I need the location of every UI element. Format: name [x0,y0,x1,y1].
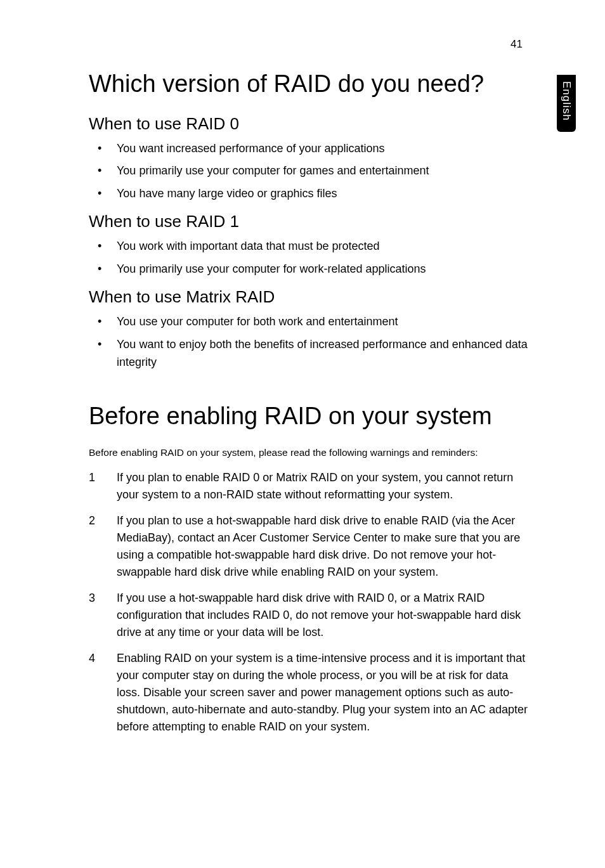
page: 41 English Which version of RAID do you … [0,0,605,868]
list-number: 2 [89,512,95,529]
subheading-matrix: When to use Matrix RAID [89,287,529,307]
list-text: Enabling RAID on your system is a time-i… [117,652,528,733]
list-number: 1 [89,469,95,486]
list-item: You primarily use your computer for work… [89,261,529,278]
list-text: If you use a hot-swappable hard disk dri… [117,592,521,638]
list-text: If you plan to enable RAID 0 or Matrix R… [117,471,513,501]
list-item: You use your computer for both work and … [89,313,529,331]
list-item: You want increased performance of your a… [89,140,529,158]
list-text: If you plan to use a hot-swappable hard … [117,514,520,578]
list-item: 2 If you plan to use a hot-swappable har… [89,512,529,581]
heading-which-version: Which version of RAID do you need? [89,70,529,99]
list-item: You have many large video or graphics fi… [89,185,529,203]
warnings-list: 1 If you plan to enable RAID 0 or Matrix… [89,469,529,735]
list-item: You work with important data that must b… [89,238,529,256]
lead-paragraph: Before enabling RAID on your system, ple… [89,446,529,460]
list-item: 4 Enabling RAID on your system is a time… [89,650,529,735]
list-number: 4 [89,650,95,667]
list-item: 3 If you use a hot-swappable hard disk d… [89,590,529,641]
language-tab-label: English [560,81,573,121]
list-raid0: You want increased performance of your a… [89,140,529,204]
subheading-raid0: When to use RAID 0 [89,114,529,134]
list-item: You want to enjoy both the benefits of i… [89,336,529,372]
heading-before-enabling: Before enabling RAID on your system [89,402,529,431]
language-tab: English [557,75,576,132]
list-matrix: You use your computer for both work and … [89,313,529,372]
list-raid1: You work with important data that must b… [89,238,529,278]
list-item: 1 If you plan to enable RAID 0 or Matrix… [89,469,529,503]
subheading-raid1: When to use RAID 1 [89,212,529,231]
list-item: You primarily use your computer for game… [89,162,529,180]
list-number: 3 [89,590,95,607]
page-number: 41 [511,38,523,51]
